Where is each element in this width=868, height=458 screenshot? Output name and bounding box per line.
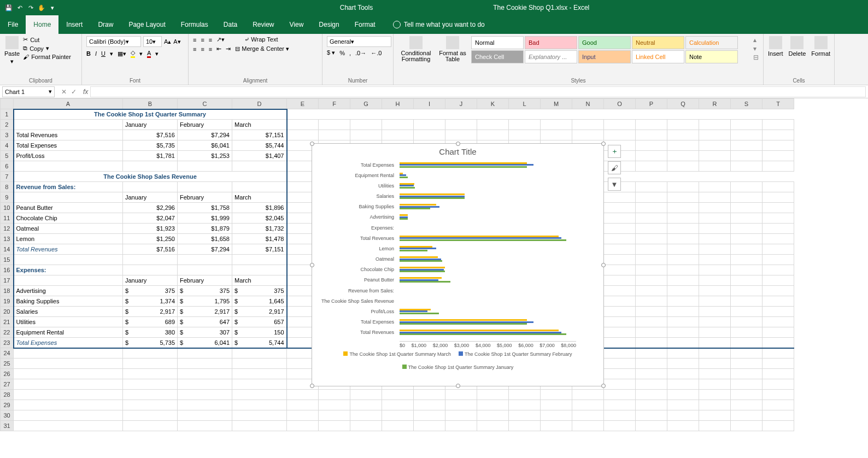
cell-J2[interactable] (445, 120, 477, 130)
orientation-icon[interactable]: ↗▾ (216, 36, 225, 43)
cell-R22[interactable] (699, 327, 731, 338)
cell-T29[interactable] (763, 400, 794, 410)
cell-C25[interactable] (178, 359, 232, 369)
chart-bar[interactable] (400, 208, 430, 209)
column-header-I[interactable]: I (414, 99, 445, 109)
cell-C18[interactable]: $375 (178, 286, 232, 296)
cell-O26[interactable] (604, 369, 636, 379)
cell-S20[interactable] (731, 307, 763, 317)
column-header-O[interactable]: O (604, 99, 636, 109)
cell-P21[interactable] (636, 317, 667, 327)
cell-C9[interactable]: February (178, 192, 232, 203)
increase-indent-icon[interactable]: ⇥ (226, 45, 231, 52)
cell-D8[interactable] (232, 182, 287, 192)
cell-D25[interactable] (232, 359, 287, 369)
cell-Q12[interactable] (667, 224, 699, 234)
cell-C27[interactable] (178, 379, 232, 390)
cell-M3[interactable] (541, 130, 572, 140)
cell-G29[interactable] (350, 400, 382, 410)
cell-D24[interactable] (232, 348, 287, 359)
cell-D9[interactable]: March (232, 192, 287, 203)
cell-O17[interactable] (604, 275, 636, 286)
select-all-cell[interactable] (1, 99, 14, 109)
cell-A1[interactable]: The Cookie Shop 1st Quarter Summary (14, 109, 287, 120)
cell-B10[interactable]: $2,296 (123, 203, 178, 213)
cell-M28[interactable] (541, 390, 572, 400)
cell-O11[interactable] (604, 213, 636, 224)
cell-S2[interactable] (731, 120, 763, 130)
cell-O9[interactable] (604, 192, 636, 203)
column-header-Q[interactable]: Q (667, 99, 699, 109)
cell-R25[interactable] (699, 359, 731, 369)
cell-B2[interactable]: January (123, 120, 178, 130)
cell-M2[interactable] (541, 120, 572, 130)
cell-L31[interactable] (509, 421, 541, 431)
cell-S10[interactable] (731, 203, 763, 213)
cell-P25[interactable] (636, 359, 667, 369)
cell-D27[interactable] (232, 379, 287, 390)
cell-D11[interactable]: $2,045 (232, 213, 287, 224)
increase-font-icon[interactable]: A▴ (164, 38, 171, 45)
column-header-N[interactable]: N (572, 99, 604, 109)
cell-S24[interactable] (731, 348, 763, 359)
cell-B16[interactable] (123, 265, 178, 275)
tab-file[interactable]: File (0, 15, 26, 34)
cell-R8[interactable] (699, 182, 731, 192)
cell-style-bad[interactable]: Bad (525, 36, 577, 49)
cell-T15[interactable] (763, 255, 794, 265)
cell-I28[interactable] (414, 390, 445, 400)
cell-P13[interactable] (636, 234, 667, 244)
row-header-29[interactable]: 29 (1, 400, 14, 410)
cell-style-good[interactable]: Good (578, 36, 631, 49)
accounting-format-button[interactable]: $ ▾ (327, 49, 335, 56)
merge-center-button[interactable]: ⊟ Merge & Center ▾ (235, 45, 289, 52)
cell-J29[interactable] (445, 400, 477, 410)
cell-P3[interactable] (636, 130, 667, 140)
cell-R31[interactable] (699, 421, 731, 431)
cell-F28[interactable] (319, 390, 350, 400)
cell-B9[interactable]: January (123, 192, 178, 203)
cell-S29[interactable] (731, 400, 763, 410)
gallery-more-icon[interactable]: ⊟ (753, 54, 759, 61)
cell-L3[interactable] (509, 130, 541, 140)
cell-S9[interactable] (731, 192, 763, 203)
cell-T27[interactable] (763, 379, 794, 390)
row-header-26[interactable]: 26 (1, 369, 14, 379)
bold-button[interactable]: B (86, 50, 91, 57)
row-header-19[interactable]: 19 (1, 296, 14, 307)
row-header-14[interactable]: 14 (1, 244, 14, 255)
cell-P15[interactable] (636, 255, 667, 265)
format-painter-button[interactable]: 🖌Format Painter (23, 54, 71, 60)
cell-K3[interactable] (477, 130, 509, 140)
cell-B24[interactable] (123, 348, 178, 359)
cell-M31[interactable] (541, 421, 572, 431)
row-header-8[interactable]: 8 (1, 182, 14, 192)
column-header-K[interactable]: K (477, 99, 509, 109)
column-header-H[interactable]: H (382, 99, 414, 109)
insert-cells-button[interactable]: Insert (768, 36, 783, 57)
cell-H30[interactable] (382, 410, 414, 421)
cell-D17[interactable]: March (232, 275, 287, 286)
row-header-9[interactable]: 9 (1, 192, 14, 203)
cell-O20[interactable] (604, 307, 636, 317)
row-header-5[interactable]: 5 (1, 151, 14, 161)
underline-button[interactable]: U (101, 50, 105, 57)
cell-A4[interactable]: Total Expenses (14, 140, 123, 151)
cell-O29[interactable] (604, 400, 636, 410)
row-header-18[interactable]: 18 (1, 286, 14, 296)
undo-icon[interactable]: ↶ (15, 3, 24, 12)
row-header-6[interactable]: 6 (1, 161, 14, 172)
cell-C2[interactable]: February (178, 120, 232, 130)
cell-C16[interactable] (178, 265, 232, 275)
cell-A3[interactable]: Total Revenues (14, 130, 123, 140)
cell-R13[interactable] (699, 234, 731, 244)
enter-formula-icon[interactable]: ✓ (71, 88, 77, 96)
cell-S4[interactable] (731, 140, 763, 151)
cell-H31[interactable] (382, 421, 414, 431)
cell-T14[interactable] (763, 244, 794, 255)
cell-T4[interactable] (763, 140, 794, 151)
cell-I3[interactable] (414, 130, 445, 140)
row-header-30[interactable]: 30 (1, 410, 14, 421)
cell-C20[interactable]: $2,917 (178, 307, 232, 317)
cell-T23[interactable] (763, 338, 794, 348)
